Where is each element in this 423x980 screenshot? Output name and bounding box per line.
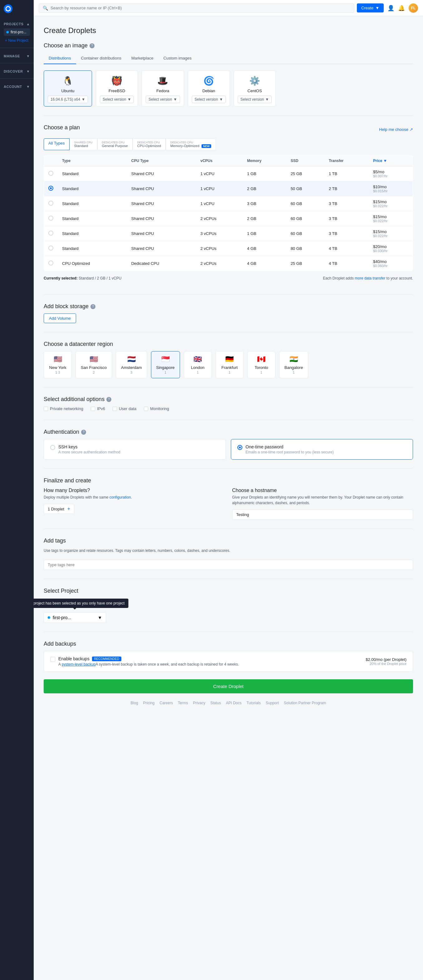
table-row[interactable]: Standard Shared CPU 2 vCPUs 2 GB 60 GB 3… [44,211,413,226]
col-memory[interactable]: Memory [243,156,286,166]
footer-link-blog[interactable]: Blog [131,701,138,705]
create-droplet-button[interactable]: Create Droplet [44,679,413,693]
auth-otp-radio[interactable] [238,445,243,450]
region-card-new-york[interactable]: 🇺🇸 New York 1 3 [44,351,72,378]
tab-container-distributions[interactable]: Container distributions [76,52,126,64]
table-row[interactable]: Standard Shared CPU 3 vCPUs 1 GB 60 GB 3… [44,226,413,241]
tab-custom-images[interactable]: Custom images [158,52,196,64]
option-private-networking[interactable]: Private networking [44,406,83,411]
fedora-version-select[interactable]: Select version ▼ [146,95,180,103]
monitoring-checkbox[interactable] [144,407,148,411]
auth-help-icon[interactable]: ? [81,430,86,435]
hostname-input[interactable] [232,509,413,520]
freebsd-version-select[interactable]: Select version ▼ [100,95,134,103]
col-transfer[interactable]: Transfer [324,156,369,166]
enable-backups-checkbox[interactable] [50,657,55,662]
tab-standard[interactable]: SHARED CPU Standard [70,138,97,150]
col-vcpus[interactable]: vCPUs [196,156,243,166]
footer-link-privacy[interactable]: Privacy [193,701,205,705]
os-debian[interactable]: 🌀 Debian Select version ▼ [188,70,230,107]
create-button[interactable]: Create ▼ [357,3,384,13]
tab-distributions[interactable]: Distributions [44,52,76,64]
os-fedora[interactable]: 🎩 Fedora Select version ▼ [142,70,184,107]
manage-header[interactable]: MANAGE ▼ [4,53,30,59]
current-project[interactable]: first-pro... [4,29,30,36]
tags-input[interactable] [44,560,413,570]
table-row[interactable]: Standard Shared CPU 2 vCPUs 4 GB 80 GB 4… [44,241,413,256]
footer-link-careers[interactable]: Careers [160,701,173,705]
option-user-data[interactable]: User data [113,406,136,411]
bell-icon[interactable]: 🔔 [398,5,405,11]
auth-one-time-password[interactable]: One-time password Emails a one-time root… [231,439,413,460]
auth-ssh-radio[interactable] [50,445,55,450]
table-row[interactable]: Standard Shared CPU 1 vCPU 2 GB 50 GB 2 … [44,181,413,196]
centos-version-select[interactable]: Select version ▼ [238,95,272,103]
additional-options-help-icon[interactable]: ? [106,397,111,402]
os-centos[interactable]: ⚙️ CentOS Select version ▼ [234,70,276,107]
add-droplet-button[interactable]: + [67,506,70,512]
region-count: 3 [121,371,142,374]
footer-link-pricing[interactable]: Pricing [143,701,155,705]
tab-cpu-optimized[interactable]: DEDICATED CPU CPU-Optimized [132,138,166,150]
ubuntu-version-select[interactable]: 16.04.6 (LTS) x64 ▼ [48,95,88,103]
region-card-london[interactable]: 🇬🇧 London 1 [184,351,212,378]
region-card-frankfurt[interactable]: 🇩🇪 Frankfurt 1 [215,351,244,378]
col-ssd[interactable]: SSD [286,156,324,166]
region-card-bangalore[interactable]: 🇮🇳 Bangalore 1 [279,351,308,378]
plan-radio-btn[interactable] [48,231,53,235]
plan-radio-btn[interactable] [48,186,53,191]
tab-all-types[interactable]: All Types [44,138,70,150]
private-networking-checkbox[interactable] [44,407,48,411]
project-dropdown[interactable]: first-pro... ▼ [44,612,106,623]
region-card-san-francisco[interactable]: 🇺🇸 San Francisco 2 [75,351,112,378]
add-volume-button[interactable]: Add Volume [44,313,76,323]
table-row[interactable]: Standard Shared CPU 1 vCPU 1 GB 25 GB 1 … [44,166,413,181]
tab-memory-optimized[interactable]: DEDICATED CPU Memory-Optimized NEW [166,138,216,150]
backup-sub-link[interactable]: system-level backup [62,662,96,667]
search-input[interactable] [51,6,350,10]
region-card-amsterdam[interactable]: 🇳🇱 Amsterdam 3 [116,351,147,378]
auth-ssh-keys[interactable]: SSH keys A more secure authentication me… [44,439,226,460]
new-project-link[interactable]: + New Project [4,37,30,44]
projects-header[interactable]: PROJECTS ▲ [4,21,30,27]
configuration-link[interactable]: configuration. [110,495,132,500]
avatar[interactable]: FL [409,3,418,13]
table-row[interactable]: Standard Shared CPU 1 vCPU 3 GB 60 GB 3 … [44,196,413,211]
tab-marketplace[interactable]: Marketplace [126,52,158,64]
os-freebsd[interactable]: 👹 FreeBSD Select version ▼ [96,70,138,107]
footer-link-solution-partner program[interactable]: Solution Partner Program [284,701,326,705]
more-data-transfer-link[interactable]: more data transfer [355,276,385,280]
os-ubuntu[interactable]: 🐧 Ubuntu 16.04.6 (LTS) x64 ▼ [44,70,92,107]
user-data-checkbox[interactable] [113,407,117,411]
search-bar[interactable]: 🔍 [39,3,354,13]
image-help-icon[interactable]: ? [89,43,94,48]
footer-link-terms[interactable]: Terms [178,701,188,705]
footer-link-support[interactable]: Support [266,701,279,705]
additional-options-section: Select additional options ? Private netw… [44,396,413,411]
footer-link-status[interactable]: Status [210,701,221,705]
region-card-singapore[interactable]: 🇸🇬 Singapore 1 [151,351,180,378]
table-row[interactable]: CPU Optimized Dedicated CPU 2 vCPUs 4 GB… [44,256,413,271]
user-icon[interactable]: 👤 [388,5,394,11]
help-me-choose-link[interactable]: Help me choose ↗ [379,127,413,132]
col-type[interactable]: Type [58,156,127,166]
option-ipv6[interactable]: IPv6 [91,406,105,411]
account-header[interactable]: ACCOUNT ▼ [4,84,30,90]
debian-version-select[interactable]: Select version ▼ [192,95,226,103]
region-card-toronto[interactable]: 🇨🇦 Toronto 1 [247,351,275,378]
app-logo[interactable] [0,0,34,18]
ipv6-checkbox[interactable] [91,407,95,411]
col-price[interactable]: Price ▼ [369,156,413,166]
plan-radio-btn[interactable] [48,261,53,266]
plan-radio-btn[interactable] [48,171,53,176]
footer-link-api-docs[interactable]: API Docs [226,701,241,705]
plan-radio-btn[interactable] [48,216,53,221]
plan-radio-btn[interactable] [48,200,53,206]
col-cpu-type[interactable]: CPU Type [127,156,196,166]
footer-link-tutorials[interactable]: Tutorials [246,701,261,705]
option-monitoring[interactable]: Monitoring [144,406,169,411]
plan-radio-btn[interactable] [48,245,53,251]
block-storage-help-icon[interactable]: ? [91,304,96,309]
tab-general-purpose[interactable]: DEDICATED CPU General Purpose [97,138,132,150]
discover-header[interactable]: DISCOVER ▼ [4,68,30,75]
